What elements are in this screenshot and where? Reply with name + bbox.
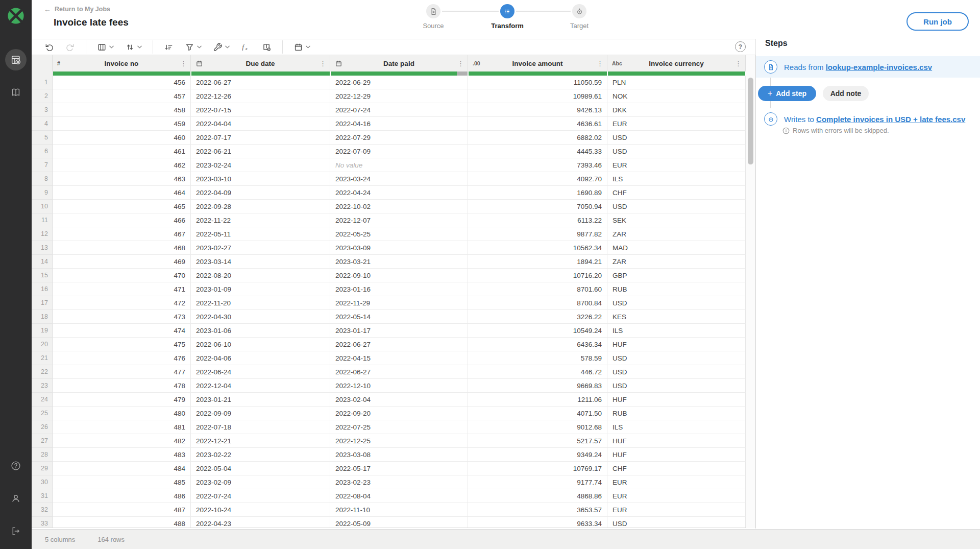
cell-due-date[interactable]: 2022-04-09 <box>191 186 330 200</box>
cell-invoice-amount[interactable]: 9669.83 <box>468 379 607 393</box>
cell-date-paid[interactable]: 2023-03-08 <box>330 448 468 462</box>
cell-invoice-amount[interactable]: 9012.68 <box>468 420 607 434</box>
cell-invoice-currency[interactable]: EUR <box>607 158 746 172</box>
toolbar-sort-button[interactable] <box>119 40 148 54</box>
cell-invoice-currency[interactable]: USD <box>607 365 746 379</box>
cell-invoice-no[interactable]: 471 <box>53 282 191 296</box>
cell-date-paid[interactable]: No value <box>330 158 468 172</box>
toolbar-wrench-button[interactable] <box>207 40 235 54</box>
write-file-link[interactable]: Complete invoices in USD + late fees.csv <box>816 115 965 124</box>
cell-invoice-no[interactable]: 483 <box>53 448 191 462</box>
cell-invoice-currency[interactable]: HUF <box>607 448 746 462</box>
cell-date-paid[interactable]: 2022-12-29 <box>330 89 468 103</box>
cell-invoice-amount[interactable]: 4636.61 <box>468 117 607 131</box>
cell-invoice-amount[interactable]: 4071.50 <box>468 407 607 420</box>
cell-invoice-amount[interactable]: 9426.13 <box>468 103 607 117</box>
cell-invoice-amount[interactable]: 6113.22 <box>468 213 607 227</box>
cell-due-date[interactable]: 2022-05-11 <box>191 227 330 241</box>
cell-invoice-no[interactable]: 463 <box>53 172 191 186</box>
cell-invoice-amount[interactable]: 7393.46 <box>468 158 607 172</box>
cell-due-date[interactable]: 2022-06-24 <box>191 365 330 379</box>
cell-invoice-amount[interactable]: 8701.60 <box>468 282 607 296</box>
add-step-button[interactable]: + Add step <box>758 86 816 101</box>
cell-date-paid[interactable]: 2022-04-24 <box>330 186 468 200</box>
cell-invoice-no[interactable]: 479 <box>53 393 191 407</box>
cell-due-date[interactable]: 2022-10-24 <box>191 503 330 517</box>
cell-invoice-no[interactable]: 458 <box>53 103 191 117</box>
column-header-due-date[interactable]: Due date⋮ <box>191 55 330 71</box>
cell-invoice-amount[interactable]: 4868.86 <box>468 489 607 503</box>
help-icon[interactable] <box>5 455 27 476</box>
cell-invoice-amount[interactable]: 8700.84 <box>468 296 607 310</box>
cell-due-date[interactable]: 2023-01-21 <box>191 393 330 407</box>
cell-invoice-amount[interactable]: 9877.82 <box>468 227 607 241</box>
add-note-button[interactable]: Add note <box>823 86 869 101</box>
column-menu-icon[interactable]: ⋮ <box>735 60 742 67</box>
cell-date-paid[interactable]: 2022-10-02 <box>330 200 468 213</box>
cell-due-date[interactable]: 2022-11-20 <box>191 296 330 310</box>
sidebar-item-docs[interactable] <box>5 82 27 103</box>
column-menu-icon[interactable]: ⋮ <box>320 60 326 67</box>
cell-invoice-no[interactable]: 481 <box>53 420 191 434</box>
cell-invoice-currency[interactable]: RUB <box>607 407 746 420</box>
toolbar-columns-button[interactable] <box>91 40 119 54</box>
cell-invoice-no[interactable]: 474 <box>53 324 191 338</box>
cell-invoice-no[interactable]: 480 <box>53 407 191 420</box>
cell-invoice-currency[interactable]: ILS <box>607 420 746 434</box>
cell-due-date[interactable]: 2022-04-04 <box>191 117 330 131</box>
cell-invoice-no[interactable]: 468 <box>53 241 191 255</box>
cell-invoice-amount[interactable]: 1894.21 <box>468 255 607 269</box>
toolbar-formula-button[interactable]: fx <box>235 40 256 54</box>
cell-invoice-amount[interactable]: 578.59 <box>468 351 607 365</box>
cell-invoice-currency[interactable]: GBP <box>607 269 746 282</box>
cell-date-paid[interactable]: 2022-07-25 <box>330 420 468 434</box>
cell-invoice-amount[interactable]: 3653.57 <box>468 503 607 517</box>
cell-invoice-amount[interactable]: 10549.24 <box>468 324 607 338</box>
cell-due-date[interactable]: 2022-07-24 <box>191 489 330 503</box>
cell-due-date[interactable]: 2022-07-15 <box>191 103 330 117</box>
cell-invoice-no[interactable]: 470 <box>53 269 191 282</box>
cell-invoice-amount[interactable]: 446.72 <box>468 365 607 379</box>
stepper-step-target[interactable]: Target <box>555 4 604 30</box>
brand-logo-icon[interactable] <box>0 0 32 32</box>
toolbar-row-order-button[interactable] <box>158 40 179 54</box>
cell-date-paid[interactable]: 2022-04-16 <box>330 117 468 131</box>
cell-invoice-no[interactable]: 467 <box>53 227 191 241</box>
cell-due-date[interactable]: 2022-07-18 <box>191 420 330 434</box>
cell-invoice-amount[interactable]: 1211.06 <box>468 393 607 407</box>
cell-due-date[interactable]: 2022-12-04 <box>191 379 330 393</box>
vertical-scrollbar[interactable] <box>746 55 755 528</box>
cell-invoice-no[interactable]: 459 <box>53 117 191 131</box>
cell-invoice-currency[interactable]: USD <box>607 517 746 528</box>
cell-date-paid[interactable]: 2022-12-10 <box>330 379 468 393</box>
cell-due-date[interactable]: 2022-12-26 <box>191 89 330 103</box>
cell-invoice-amount[interactable]: 10562.34 <box>468 241 607 255</box>
cell-invoice-currency[interactable]: ZAR <box>607 255 746 269</box>
cell-invoice-amount[interactable]: 9177.74 <box>468 475 607 489</box>
cell-invoice-amount[interactable]: 11050.59 <box>468 76 607 89</box>
cell-date-paid[interactable]: 2023-03-09 <box>330 241 468 255</box>
cell-due-date[interactable]: 2022-04-06 <box>191 351 330 365</box>
cell-date-paid[interactable]: 2023-01-16 <box>330 282 468 296</box>
cell-invoice-no[interactable]: 484 <box>53 462 191 475</box>
cell-date-paid[interactable]: 2022-05-14 <box>330 310 468 324</box>
column-menu-icon[interactable]: ⋮ <box>597 60 603 67</box>
cell-invoice-currency[interactable]: HUF <box>607 393 746 407</box>
stepper-step-source[interactable]: Source <box>409 4 458 30</box>
cell-invoice-no[interactable]: 485 <box>53 475 191 489</box>
cell-due-date[interactable]: 2022-04-23 <box>191 517 330 528</box>
cell-invoice-currency[interactable]: ZAR <box>607 227 746 241</box>
cell-invoice-no[interactable]: 486 <box>53 489 191 503</box>
cell-invoice-currency[interactable]: HUF <box>607 434 746 448</box>
cell-invoice-amount[interactable]: 1690.89 <box>468 186 607 200</box>
cell-date-paid[interactable]: 2022-07-24 <box>330 103 468 117</box>
cell-invoice-currency[interactable]: SEK <box>607 213 746 227</box>
cell-invoice-amount[interactable]: 4445.33 <box>468 145 607 158</box>
cell-due-date[interactable]: 2023-02-22 <box>191 448 330 462</box>
cell-invoice-currency[interactable]: USD <box>607 379 746 393</box>
cell-date-paid[interactable]: 2022-12-07 <box>330 213 468 227</box>
cell-date-paid[interactable]: 2022-05-17 <box>330 462 468 475</box>
cell-invoice-no[interactable]: 469 <box>53 255 191 269</box>
cell-invoice-currency[interactable]: NOK <box>607 89 746 103</box>
run-job-button[interactable]: Run job <box>906 12 969 31</box>
